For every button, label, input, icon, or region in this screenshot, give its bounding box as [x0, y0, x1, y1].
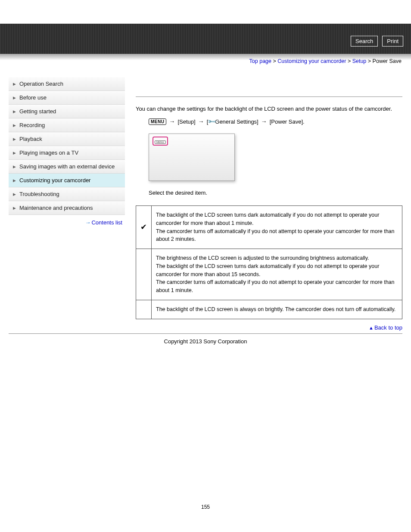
- header-controls: Search Print: [351, 36, 403, 47]
- contents-list-link-wrap: →Contents list: [9, 215, 125, 226]
- sidebar-item[interactable]: ▶Operation Search: [9, 77, 125, 91]
- arrow-right-icon: →: [85, 219, 90, 226]
- arrow-icon: →: [169, 118, 175, 125]
- sidebar-item[interactable]: ▶Troubleshooting: [9, 187, 125, 201]
- caret-right-icon: ▶: [13, 137, 16, 141]
- sidebar-item[interactable]: ▶Playing images on a TV: [9, 146, 125, 160]
- option-checkmark-cell: [136, 249, 152, 300]
- footer-divider: [9, 333, 402, 334]
- copyright: Copyright 2013 Sony Corporation: [0, 338, 411, 345]
- options-table: ✔The backlight of the LCD screen turns d…: [136, 205, 402, 319]
- arrow-icon: →: [261, 118, 267, 125]
- screenshot-menu-highlight: MENU: [153, 137, 168, 146]
- lcd-screenshot: MENU: [149, 134, 235, 181]
- general-label: General Settings]: [215, 118, 258, 125]
- menu-button-icon: MENU: [149, 118, 166, 125]
- contents-list-link[interactable]: Contents list: [91, 219, 122, 226]
- sidebar-item[interactable]: ▶Customizing your camcorder: [9, 174, 125, 187]
- screenshot-menu-icon: MENU: [155, 140, 166, 144]
- sidebar-item-label: Saving images with an external device: [19, 163, 115, 170]
- intro-text: You can change the settings for the back…: [136, 106, 402, 112]
- path-setup: [Setup]: [177, 118, 195, 125]
- step-instruction: Select the desired item.: [149, 190, 402, 196]
- sidebar-item-label: Playing images on a TV: [19, 149, 78, 156]
- caret-right-icon: ▶: [13, 123, 16, 128]
- caret-right-icon: ▶: [13, 165, 16, 169]
- sidebar-item-label: Before use: [19, 94, 47, 101]
- caret-right-icon: ▶: [13, 109, 16, 114]
- table-row: The brightness of the LCD screen is adju…: [136, 249, 402, 300]
- back-to-top-link[interactable]: Back to top: [374, 324, 402, 331]
- sidebar: ▶Operation Search▶Before use▶Getting sta…: [9, 77, 125, 331]
- caret-right-icon: ▶: [13, 96, 16, 100]
- option-description: The backlight of the LCD screen turns da…: [152, 206, 402, 249]
- caret-right-icon: ▶: [13, 206, 16, 210]
- sidebar-item-label: Recording: [19, 122, 45, 128]
- menu-path: MENU → [Setup] → [🔧General Settings] → […: [149, 118, 402, 125]
- main-content: You can change the settings for the back…: [125, 77, 402, 331]
- table-row: The backlight of the LCD screen is alway…: [136, 300, 402, 319]
- page-number: 155: [0, 504, 411, 519]
- path-power-save: [Power Save].: [270, 118, 305, 125]
- print-button[interactable]: Print: [382, 36, 403, 47]
- sidebar-item-label: Customizing your camcorder: [19, 177, 90, 184]
- caret-right-icon: ▶: [13, 178, 16, 183]
- sidebar-item[interactable]: ▶Maintenance and precautions: [9, 201, 125, 215]
- up-arrow-icon: ▲: [369, 325, 374, 330]
- option-checkmark-cell: ✔: [136, 206, 152, 249]
- sidebar-item[interactable]: ▶Getting started: [9, 105, 125, 118]
- sidebar-item-label: Operation Search: [19, 81, 63, 87]
- sidebar-item-label: Getting started: [19, 108, 56, 115]
- option-description: The brightness of the LCD screen is adju…: [152, 249, 402, 300]
- header-band: Search Print: [0, 24, 411, 54]
- option-description: The backlight of the LCD screen is alway…: [152, 300, 402, 319]
- arrow-icon: →: [198, 118, 204, 125]
- search-button[interactable]: Search: [351, 36, 378, 47]
- sidebar-item-label: Maintenance and precautions: [19, 205, 93, 211]
- table-row: ✔The backlight of the LCD screen turns d…: [136, 206, 402, 249]
- back-to-top-wrap: ▲Back to top: [136, 324, 402, 331]
- sidebar-item-label: Troubleshooting: [19, 191, 59, 197]
- caret-right-icon: ▶: [13, 192, 16, 196]
- caret-right-icon: ▶: [13, 82, 16, 86]
- checkmark-icon: ✔: [140, 223, 147, 231]
- caret-right-icon: ▶: [13, 151, 16, 155]
- sidebar-item[interactable]: ▶Before use: [9, 91, 125, 105]
- sidebar-item[interactable]: ▶Playback: [9, 132, 125, 146]
- sidebar-item[interactable]: ▶Saving images with an external device: [9, 160, 125, 174]
- path-general: [🔧General Settings]: [207, 118, 258, 125]
- divider: [136, 96, 402, 97]
- sidebar-item-label: Playback: [19, 136, 42, 142]
- option-checkmark-cell: [136, 300, 152, 319]
- sidebar-item[interactable]: ▶Recording: [9, 118, 125, 132]
